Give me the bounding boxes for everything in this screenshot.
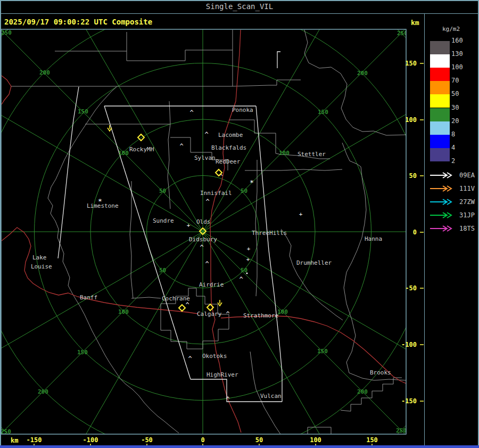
legend-threshold-label: 4 [451,144,455,151]
range-ring-label: 250 [396,427,407,434]
city-label: Didsbury [189,236,217,243]
city-label: RedDeer [216,158,241,165]
bottom-axis-label: -150 [27,436,42,444]
legend-threshold-label: 30 [451,104,459,111]
range-ring-label: 200 [357,388,368,395]
town-marker-caret: ^ [226,396,229,403]
radial-line [203,232,362,448]
scan-outline [58,87,79,258]
city-label: Okotoks [202,353,227,360]
town-marker-plus: + [187,222,191,229]
radar-arrow-row: 09EA [429,171,455,180]
right-axis-label: -150 [401,397,417,405]
right-axis-label: 100 [405,116,417,124]
boundary-line [170,137,228,170]
legend-threshold-label: 8 [451,131,455,138]
storm-arrow-icon [218,300,222,306]
right-axis-label: 150 [405,60,417,67]
town-marker-plus: + [246,256,250,263]
town-marker-asterisk: * [250,178,254,186]
scan-outline [256,106,282,402]
city-label: Brooks [370,369,391,376]
radar-id-label: 18TS [459,225,475,232]
map-content: 5050505010010010010015015015015020020020… [0,0,479,448]
range-ring-label: 200 [357,70,368,77]
boundary-line [342,143,406,380]
city-label: ThreeHills [252,230,287,237]
town-marker-plus: + [247,246,251,252]
boundary-line [233,80,301,86]
legend-threshold-label: 2 [451,157,455,165]
radar-arrow-icon [429,211,455,219]
city-label: HighRiver [207,371,238,378]
town-marker-asterisk: * [98,197,102,205]
town-marker-caret: ^ [239,276,243,283]
boundary-line [168,101,170,209]
radar-arrow-row: 27ZW [429,198,455,206]
range-ring-label: 200 [38,388,48,395]
legend-panel: kg/m2 16013010070503020842 09EA111V27ZW3… [425,14,479,445]
range-ring-label: 50 [241,188,247,194]
legend-threshold-label: 100 [451,63,463,71]
town-marker-caret: ^ [185,302,189,309]
city-label: Louise [31,263,52,270]
site-diamond-marker [179,305,185,311]
bottom-axis-label: -50 [141,436,153,444]
radial-line [43,0,203,232]
radar-arrow-row: 31JP [429,211,455,219]
boundary-line [304,30,406,135]
city-label: Hanna [365,235,382,242]
city-label: Stettler [298,151,326,158]
town-marker-dot [246,273,248,274]
city-label: RockyMH [129,146,154,153]
bottom-axis-label: 150 [366,436,378,444]
range-ring-label: 150 [77,349,88,356]
legend-threshold-label: 20 [451,117,459,125]
scan-outline [277,52,280,68]
legend-threshold-label: 50 [451,90,459,97]
boundary-line [341,378,402,411]
range-ring-label: 50 [159,188,166,194]
legend-threshold-label: 160 [451,37,463,44]
city-label: Lacombe [218,132,243,139]
bottom-axis-label: 100 [310,436,321,444]
town-marker-caret: ^ [205,198,209,206]
range-ring-label: 150 [318,109,328,116]
town-marker-caret: ^ [204,131,208,139]
legend-color-box [430,148,450,161]
radial-line [43,232,203,448]
right-axis-label: -50 [405,284,417,292]
range-ring-label: 250 [1,29,12,36]
road-line [2,76,11,104]
legend-threshold-label: 70 [451,77,459,84]
boundary-line [281,229,343,320]
legend-color-box [430,108,450,121]
boundary-line [48,198,179,433]
bottom-axis-label: 0 [201,436,204,444]
legend-threshold-label: 130 [451,50,463,58]
city-label: Drumheller [296,259,332,266]
radar-id-label: 111V [459,185,475,192]
range-ring-label: 100 [277,308,288,315]
legend-color-box [430,81,450,94]
radar-arrow-icon [429,185,455,192]
city-label: Strathmore [243,312,278,319]
radar-arrow-row: 18TS [429,224,455,233]
town-marker-caret: ^ [179,143,183,150]
city-label: Sylvan [194,154,216,161]
town-marker-caret: ^ [189,109,193,117]
city-label: Calgary [197,311,222,317]
city-label: Innisfail [200,190,232,197]
range-ring-label: 100 [118,308,129,315]
town-marker-caret: ^ [205,260,209,268]
storm-arrow-icon [108,125,112,131]
town-marker-caret: ^ [200,244,203,251]
legend-color-box [430,68,450,81]
range-ring-label: 100 [118,150,129,157]
radar-arrow-icon [429,198,455,206]
range-ring-label: 50 [159,267,166,274]
city-label: Vulcan [260,393,282,400]
site-diamond-marker [138,134,144,141]
boundary-line [55,30,233,61]
boundary-line [245,169,342,170]
